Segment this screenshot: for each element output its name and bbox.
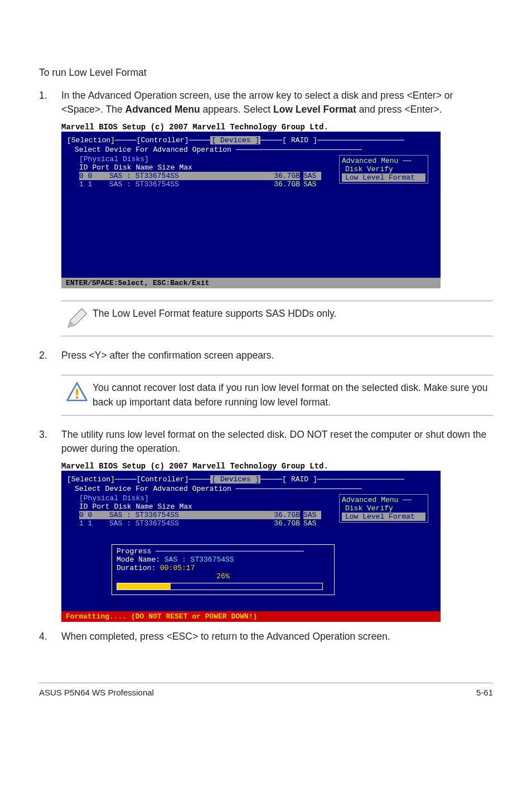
disk-0b-size: 36.7GB bbox=[265, 511, 300, 519]
step-3-num: 3. bbox=[39, 428, 61, 456]
mode-name-value: SAS : ST336754SS bbox=[160, 555, 234, 564]
bios-tabs: [Selection]─────[Controller]─────[ Devic… bbox=[67, 136, 435, 144]
step-1-num: 1. bbox=[39, 89, 61, 117]
step-2-text: Press <Y> after the confirmation screen … bbox=[61, 349, 493, 363]
warning-icon bbox=[61, 381, 93, 404]
disk-0b-type: SAS bbox=[303, 511, 321, 519]
bios-subhead: Select Device For Advanced Operation ───… bbox=[75, 146, 435, 154]
svg-point-1 bbox=[76, 396, 79, 399]
bios-status-2: Formatting.... (DO NOT RESET or POWER DO… bbox=[61, 611, 441, 622]
tabline-b-2: ─────[ RAID ]──────────────────── bbox=[260, 475, 404, 484]
tab-devices-2[interactable]: [ Devices ] bbox=[210, 475, 260, 484]
disk-0-type: SAS bbox=[303, 172, 321, 180]
adv-menu-disk-verify-2[interactable]: Disk Verify bbox=[342, 504, 425, 513]
section-title: To run Low Level Format bbox=[39, 67, 493, 79]
disk-1-name: SAS : ST336754SS bbox=[109, 180, 265, 189]
mode-name-label: Mode Name: bbox=[117, 555, 160, 564]
step-3: 3. The utility runs low level format on … bbox=[39, 428, 493, 456]
page-footer: ASUS P5N64 WS Professional 5-61 bbox=[39, 683, 493, 697]
progress-bar bbox=[117, 583, 323, 590]
tabline-a-2: [Selection]─────[Controller]───── bbox=[67, 475, 210, 484]
disk-0-name: SAS : ST336754SS bbox=[109, 172, 265, 180]
adv-menu-disk-verify[interactable]: Disk Verify bbox=[342, 165, 425, 173]
disk-1-size: 36.7GB bbox=[265, 180, 300, 189]
tab-devices[interactable]: [ Devices ] bbox=[210, 136, 260, 144]
disk-1b-id: 1 1 bbox=[79, 519, 109, 528]
step-1: 1. In the Advanced Operation screen, use… bbox=[39, 89, 493, 117]
note-1: The Low Level Format feature supports SA… bbox=[61, 301, 493, 336]
step-1-bold-1: Advanced Menu bbox=[125, 104, 200, 115]
disk-1b-size: 36.7GB bbox=[265, 519, 300, 528]
adv-menu-low-level-format-2[interactable]: Low Level Format bbox=[342, 513, 425, 521]
step-4-text: When completed, press <ESC> to return to… bbox=[61, 630, 493, 644]
step-4: 4. When completed, press <ESC> to return… bbox=[39, 630, 493, 644]
footer-right: 5-61 bbox=[476, 688, 493, 697]
advanced-menu: Advanced Menu ── Disk Verify Low Level F… bbox=[339, 155, 428, 183]
tabline-b: ─────[ RAID ]──────────────────── bbox=[260, 136, 404, 144]
step-1-text-c: and press <Enter>. bbox=[356, 104, 442, 115]
step-1-text-b: appears. Select bbox=[200, 104, 273, 115]
duration-label: Duration: bbox=[117, 564, 156, 572]
step-3-text: The utility runs low level format on the… bbox=[61, 428, 493, 456]
note-1-text: The Low Level Format feature supports SA… bbox=[93, 307, 493, 321]
step-2: 2. Press <Y> after the confirmation scre… bbox=[39, 349, 493, 363]
bios-caption-2: Marvell BIOS Setup (c) 2007 Marvell Tech… bbox=[61, 462, 493, 471]
progress-title: Progress ───────────────────────────────… bbox=[117, 547, 330, 555]
tabline-a: [Selection]─────[Controller]───── bbox=[67, 136, 210, 144]
step-4-num: 4. bbox=[39, 630, 61, 644]
disk-1-id: 1 1 bbox=[79, 180, 109, 189]
disk-0-size: 36.7GB bbox=[265, 172, 300, 180]
disk-1-type: SAS bbox=[303, 180, 321, 189]
step-2-num: 2. bbox=[39, 349, 61, 363]
bios-screen-1: [Selection]─────[Controller]─────[ Devic… bbox=[61, 132, 441, 278]
svg-rect-0 bbox=[76, 389, 78, 395]
adv-menu-title-2: Advanced Menu ── bbox=[342, 496, 425, 504]
progress-bar-fill bbox=[117, 583, 171, 590]
disk-0-id: 0 0 bbox=[79, 172, 109, 180]
progress-percent: 26% bbox=[117, 572, 330, 581]
bios-subhead-2: Select Device For Advanced Operation ───… bbox=[75, 485, 435, 493]
step-1-bold-2: Low Level Format bbox=[273, 104, 356, 115]
bios-caption-1: Marvell BIOS Setup (c) 2007 Marvell Tech… bbox=[61, 123, 493, 132]
note-2: You cannot recover lost data if you run … bbox=[61, 375, 493, 416]
adv-menu-title: Advanced Menu ── bbox=[342, 157, 425, 165]
disk-1b-type: SAS bbox=[303, 519, 321, 528]
disk-0b-name: SAS : ST336754SS bbox=[109, 511, 265, 519]
bios-tabs-2: [Selection]─────[Controller]─────[ Devic… bbox=[67, 475, 435, 484]
disk-1b-name: SAS : ST336754SS bbox=[109, 519, 265, 528]
bios-status-1: ENTER/SPACE:Select, ESC:Back/Exit bbox=[61, 278, 441, 288]
progress-box: Progress ───────────────────────────────… bbox=[112, 544, 335, 595]
advanced-menu-2: Advanced Menu ── Disk Verify Low Level F… bbox=[339, 494, 428, 523]
footer-left: ASUS P5N64 WS Professional bbox=[39, 688, 154, 697]
step-1-text: In the Advanced Operation screen, use th… bbox=[61, 89, 493, 117]
duration-value: 00:05:17 bbox=[156, 564, 195, 572]
disk-0b-id: 0 0 bbox=[79, 511, 109, 519]
adv-menu-low-level-format[interactable]: Low Level Format bbox=[342, 173, 425, 182]
note-2-text: You cannot recover lost data if you run … bbox=[93, 381, 493, 409]
pencil-icon bbox=[61, 307, 93, 330]
bios-screen-2: [Selection]─────[Controller]─────[ Devic… bbox=[61, 471, 441, 611]
